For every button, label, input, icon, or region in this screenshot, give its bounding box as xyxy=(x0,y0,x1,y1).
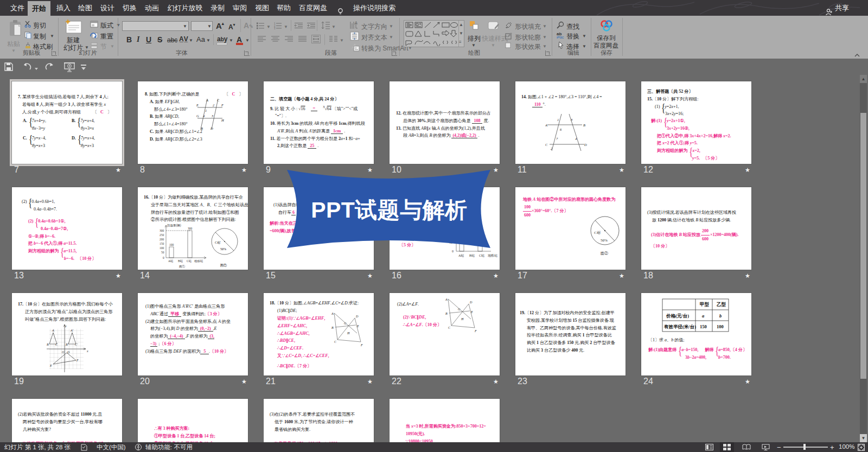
svg-text:E: E xyxy=(470,310,473,314)
svg-text:B′: B′ xyxy=(66,343,69,346)
svg-text:图②: 图② xyxy=(220,264,227,268)
svg-text:F: F xyxy=(360,343,363,347)
svg-text:H: H xyxy=(461,317,464,321)
svg-text:250: 250 xyxy=(159,233,164,237)
svg-text:50%: 50% xyxy=(601,238,608,243)
svg-text:C: C xyxy=(334,340,337,343)
svg-text:A站: A站 xyxy=(458,254,464,258)
svg-text:A′: A′ xyxy=(70,329,74,332)
svg-text:E: E xyxy=(196,103,199,107)
svg-text:A: A xyxy=(445,298,448,301)
svg-text:F: F xyxy=(76,359,79,362)
svg-text:50: 50 xyxy=(161,251,164,254)
svg-text:C站: C站 xyxy=(479,254,484,258)
svg-text:B: B xyxy=(331,326,334,329)
svg-text:H: H xyxy=(347,332,350,335)
svg-text:E: E xyxy=(49,364,52,367)
svg-text:F: F xyxy=(474,329,477,333)
svg-text:价格(元/台): 价格(元/台) xyxy=(666,313,689,319)
svg-text:C: C xyxy=(217,98,220,102)
svg-text:A: A xyxy=(206,98,208,102)
svg-text:D: D xyxy=(210,126,213,130)
svg-text:200: 200 xyxy=(159,238,164,241)
svg-text:6: 6 xyxy=(560,128,562,131)
svg-text:⇄ac: ⇄ac xyxy=(557,35,564,39)
svg-text:100: 100 xyxy=(159,246,164,250)
svg-text:4: 4 xyxy=(203,114,205,118)
svg-text:b: b xyxy=(719,313,722,319)
svg-text:300: 300 xyxy=(159,229,164,232)
svg-text:B: B xyxy=(583,123,585,127)
svg-text:图①: 图① xyxy=(179,265,186,269)
svg-text:C站: C站 xyxy=(215,241,221,244)
svg-text:B: B xyxy=(47,343,49,346)
svg-text:1: 1 xyxy=(205,109,207,112)
svg-text:图②: 图② xyxy=(601,251,608,256)
svg-text:a: a xyxy=(702,313,705,319)
svg-text:50%: 50% xyxy=(220,247,226,251)
svg-text:地铁站: 地铁站 xyxy=(488,253,497,258)
svg-text:C′: C′ xyxy=(75,343,78,346)
svg-text:x: x xyxy=(86,349,88,353)
svg-text:C站: C站 xyxy=(187,259,192,263)
svg-text:D: D xyxy=(584,143,587,147)
svg-text:G: G xyxy=(344,322,347,325)
svg-text:投放量(辆): 投放量(辆) xyxy=(167,224,181,227)
svg-text:G: G xyxy=(196,114,199,118)
svg-text:y: y xyxy=(65,324,67,328)
svg-text:D: D xyxy=(67,351,70,354)
svg-text:E: E xyxy=(356,324,359,328)
svg-text:0: 0 xyxy=(163,256,164,259)
svg-text:A站: A站 xyxy=(168,259,174,263)
svg-text:3: 3 xyxy=(570,118,573,122)
svg-text:2: 2 xyxy=(213,103,215,107)
svg-text:A: A xyxy=(355,21,358,24)
svg-text:D: D xyxy=(469,301,473,304)
svg-text:O: O xyxy=(62,351,65,354)
svg-text:H: H xyxy=(221,118,224,122)
svg-text:D: D xyxy=(355,315,359,318)
svg-text:G: G xyxy=(458,308,461,311)
svg-text:A: A xyxy=(331,312,334,315)
svg-text:F: F xyxy=(221,103,224,107)
svg-text:100: 100 xyxy=(717,324,724,329)
svg-text:7: 7 xyxy=(556,137,558,141)
svg-text:150: 150 xyxy=(700,324,707,329)
svg-text:300: 300 xyxy=(188,227,193,230)
svg-text:B: B xyxy=(445,312,448,315)
svg-text:地铁站: 地铁站 xyxy=(194,259,203,263)
svg-text:3: 3 xyxy=(274,27,276,29)
svg-text:100: 100 xyxy=(169,243,174,246)
svg-text:A: A xyxy=(545,123,547,127)
svg-text:B: B xyxy=(201,126,203,130)
svg-text:有效半径(米/台): 有效半径(米/台) xyxy=(663,324,696,329)
svg-text:甲型: 甲型 xyxy=(700,302,710,307)
svg-text:3: 3 xyxy=(211,114,214,118)
svg-text:C站: C站 xyxy=(594,231,601,235)
svg-text:B站: B站 xyxy=(469,254,475,258)
svg-text:150: 150 xyxy=(159,242,164,245)
svg-text:A: A xyxy=(52,329,54,332)
svg-text:1: 1 xyxy=(557,118,559,122)
svg-text:C: C xyxy=(448,326,451,329)
svg-text:C: C xyxy=(545,143,548,147)
svg-text:乙型: 乙型 xyxy=(717,302,726,307)
svg-text:B站: B站 xyxy=(178,259,183,263)
